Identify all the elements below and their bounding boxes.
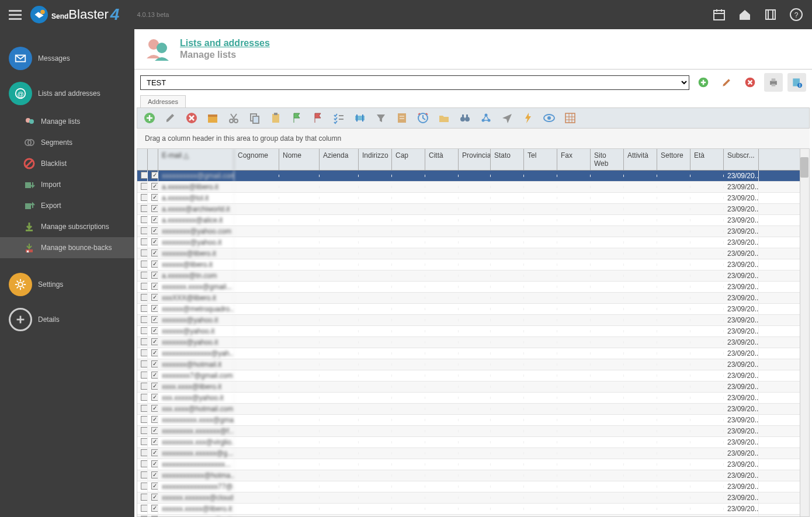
tool-form-icon[interactable]: [395, 112, 408, 124]
table-row[interactable]: xxxxxxx@hotmail.it23/09/20...: [137, 359, 809, 370]
column-header[interactable]: Azienda: [320, 149, 359, 170]
tool-eye-icon[interactable]: [543, 112, 556, 124]
row-status-checkbox[interactable]: [141, 405, 148, 412]
row-status-checkbox[interactable]: [141, 272, 148, 279]
tool-flag-green-icon[interactable]: [290, 112, 303, 124]
table-row[interactable]: a.xxxxxx@tol.it23/09/20...: [137, 193, 809, 204]
table-row[interactable]: xxxxxx.xxxxxxx@cloud...23/09/20...: [137, 492, 809, 504]
row-status-checkbox[interactable]: [141, 238, 148, 245]
calendar-icon[interactable]: [712, 8, 726, 22]
row-select-checkbox[interactable]: [151, 172, 158, 179]
row-select-checkbox[interactable]: [151, 294, 158, 301]
tool-fit-icon[interactable]: [353, 112, 366, 124]
column-header[interactable]: Subscr...: [724, 149, 759, 170]
table-row[interactable]: xxxxxx@metroquadro...23/09/20...: [137, 304, 809, 315]
row-select-checkbox[interactable]: [151, 316, 158, 323]
row-status-checkbox[interactable]: [141, 183, 148, 190]
row-status-checkbox[interactable]: [141, 205, 148, 212]
table-row[interactable]: xxxxxxxxxxxxxxx@yah...23/09/20...: [137, 515, 809, 517]
row-select-checkbox[interactable]: [151, 216, 158, 223]
row-status-checkbox[interactable]: [141, 194, 148, 201]
tool-flag-red-icon[interactable]: [311, 112, 324, 124]
row-select-checkbox[interactable]: [151, 383, 158, 390]
column-header[interactable]: Settore: [657, 149, 690, 170]
row-select-checkbox[interactable]: [151, 205, 158, 212]
table-row[interactable]: xxxxxxxx7@gmail.com23/09/20...: [137, 370, 809, 381]
table-row[interactable]: xxxxxxxxxx.xxxx@gma...23/09/20...: [137, 415, 809, 426]
column-header[interactable]: Stato: [491, 149, 524, 170]
column-header[interactable]: Città: [425, 149, 459, 170]
column-header[interactable]: [148, 149, 158, 170]
sidebar-item-export[interactable]: Export: [0, 195, 134, 216]
row-select-checkbox[interactable]: [151, 338, 158, 345]
row-select-checkbox[interactable]: [151, 438, 158, 445]
column-header[interactable]: [137, 149, 148, 170]
table-row[interactable]: xxxxxxxxxxxxxxxx77@...23/09/20...: [137, 481, 809, 492]
tab-addresses[interactable]: Addresses: [140, 95, 186, 107]
table-row[interactable]: xxx.xxxx@hotmail.com23/09/20...: [137, 404, 809, 415]
row-select-checkbox[interactable]: [151, 227, 158, 234]
row-status-checkbox[interactable]: [141, 394, 148, 401]
tool-edit-icon[interactable]: [164, 112, 177, 124]
table-row[interactable]: a.xxxxxx@libero.it23/09/20...: [137, 182, 809, 193]
table-row[interactable]: xxx.xxxxx@yahoo.it23/09/20...: [137, 393, 809, 404]
tool-check-list-icon[interactable]: [332, 112, 345, 124]
table-row[interactable]: xxxXXX@libero.it23/09/20...: [137, 293, 809, 304]
column-header[interactable]: Nome: [279, 149, 320, 170]
row-status-checkbox[interactable]: [141, 360, 148, 367]
table-row[interactable]: xxxxxxx@libero.it23/09/20...: [137, 248, 809, 259]
row-select-checkbox[interactable]: [151, 349, 158, 356]
row-status-checkbox[interactable]: [141, 283, 148, 290]
row-status-checkbox[interactable]: [141, 216, 148, 223]
row-status-checkbox[interactable]: [141, 349, 148, 356]
table-row[interactable]: xxxxxxxxxxxx@hotma...23/09/20...: [137, 470, 809, 481]
tool-grid-icon[interactable]: [564, 112, 577, 124]
row-select-checkbox[interactable]: [151, 372, 158, 379]
row-select-checkbox[interactable]: [151, 449, 158, 456]
row-select-checkbox[interactable]: [151, 483, 158, 490]
sidebar-item-segments[interactable]: Segments: [0, 132, 134, 153]
row-status-checkbox[interactable]: [141, 494, 148, 501]
menu-toggle[interactable]: [9, 8, 22, 22]
row-select-checkbox[interactable]: [151, 272, 158, 279]
table-row[interactable]: xxxxxxxxxxxxxx@yah...23/09/20...: [137, 348, 809, 359]
sidebar-item-import[interactable]: Import: [0, 174, 134, 195]
data-grid[interactable]: E-mail △CognomeNomeAziendaIndirizzoCapCi…: [137, 149, 810, 517]
nav-details[interactable]: Details: [0, 302, 134, 337]
row-select-checkbox[interactable]: [151, 471, 158, 478]
row-status-checkbox[interactable]: [141, 427, 148, 434]
row-select-checkbox[interactable]: [151, 460, 158, 467]
row-select-checkbox[interactable]: [151, 505, 158, 512]
table-row[interactable]: xxxxxx.xxxxx@libero.it23/09/20...: [137, 504, 809, 515]
row-select-checkbox[interactable]: [151, 261, 158, 268]
row-select-checkbox[interactable]: [151, 194, 158, 201]
row-status-checkbox[interactable]: [141, 505, 148, 512]
sidebar-item-blacklist[interactable]: Blacklist: [0, 153, 134, 174]
table-row[interactable]: a.xxxxx@archiworld.it23/09/20...: [137, 204, 809, 215]
list-edit-button[interactable]: [717, 73, 736, 92]
row-select-checkbox[interactable]: [151, 360, 158, 367]
breadcrumb-link[interactable]: Lists and addresses: [180, 38, 270, 48]
film-icon[interactable]: [764, 8, 778, 22]
row-status-checkbox[interactable]: [141, 316, 148, 323]
row-status-checkbox[interactable]: [141, 172, 148, 179]
table-row[interactable]: xxxxxxxxxxxxxxxxxx...23/09/20...: [137, 459, 809, 470]
table-row[interactable]: a.xxxxxx@tn.com23/09/20...: [137, 270, 809, 282]
tool-filter-icon[interactable]: [374, 112, 387, 124]
table-row[interactable]: xxxxxxxxx.xxxxxx@g...23/09/20...: [137, 448, 809, 459]
tool-delete-icon[interactable]: [185, 112, 198, 124]
column-header[interactable]: Fax: [557, 149, 591, 170]
row-select-checkbox[interactable]: [151, 394, 158, 401]
tool-calendar-icon[interactable]: [206, 112, 219, 124]
row-select-checkbox[interactable]: [151, 427, 158, 434]
table-row[interactable]: xxxxxxxxxx@gmail.com23/09/20...: [137, 171, 809, 182]
table-row[interactable]: a.xxxxxxxx@alice.it23/09/20...: [137, 215, 809, 226]
sidebar-item-manage-lists[interactable]: Manage lists: [0, 111, 134, 132]
row-status-checkbox[interactable]: [141, 372, 148, 379]
table-row[interactable]: xxxxxxxx@yahoo.com23/09/20...: [137, 226, 809, 237]
table-row[interactable]: xxxxxxx.xxxx@gmail...23/09/20...: [137, 282, 809, 293]
row-select-checkbox[interactable]: [151, 305, 158, 312]
column-header[interactable]: Cognome: [234, 149, 279, 170]
table-row[interactable]: xxxx.xxxx@libero.it23/09/20...: [137, 381, 809, 393]
nav-lists[interactable]: @ Lists and addresses: [0, 76, 134, 111]
